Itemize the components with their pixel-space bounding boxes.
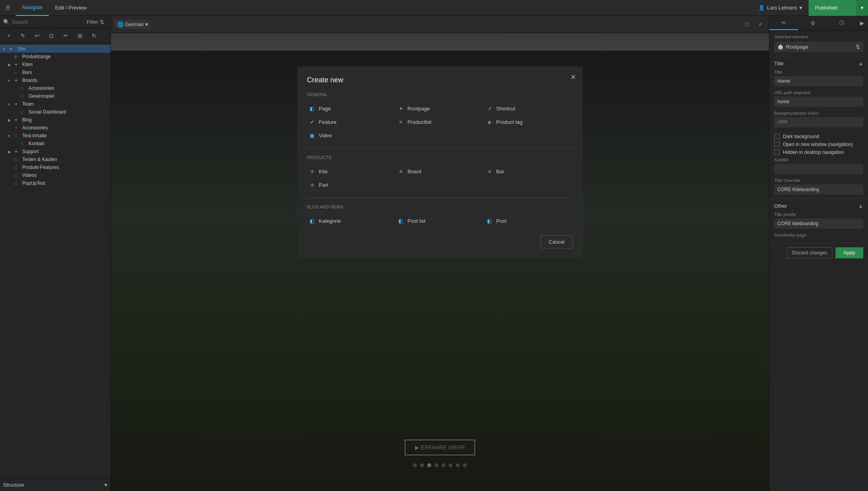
published-button[interactable]: Published bbox=[809, 0, 856, 16]
sidebar-bottom: Structure ▾ bbox=[0, 478, 110, 491]
modal-item-video[interactable]: ▣ Video bbox=[307, 129, 396, 142]
bg-color-input[interactable] bbox=[774, 117, 863, 127]
search-input[interactable] bbox=[12, 19, 81, 25]
edit-preview-button[interactable]: Edit / Preview bbox=[49, 0, 93, 16]
cut-icon[interactable]: ✂ bbox=[60, 30, 71, 41]
postlist-icon: ◧ bbox=[397, 217, 404, 224]
title-override-input[interactable] bbox=[774, 184, 863, 195]
copy-icon[interactable]: ⊡ bbox=[46, 30, 57, 41]
refresh-icon[interactable]: ↻ bbox=[89, 30, 100, 41]
modal-footer: Cancel bbox=[307, 235, 573, 248]
modal-item-rootpage[interactable]: ✦ Rootpage bbox=[396, 102, 484, 115]
modal-item-kategorie[interactable]: ◧ Kategorie bbox=[307, 214, 396, 227]
modal-title: Create new bbox=[307, 76, 573, 84]
sidebar-item-blog[interactable]: ▶ ✦ Blog bbox=[0, 116, 110, 124]
tab-style[interactable]: ✏ bbox=[769, 16, 798, 30]
cancel-button[interactable]: Cancel bbox=[541, 235, 573, 248]
element-selector-arrow[interactable]: ⇅ bbox=[856, 44, 860, 50]
kategorie-icon: ◧ bbox=[308, 217, 316, 224]
sidebar-item-testen[interactable]: □ Testen & Kaufen bbox=[0, 155, 110, 163]
video-icon: ▣ bbox=[308, 132, 316, 139]
modal-item-productlist[interactable]: ≡ Productlist bbox=[396, 115, 484, 129]
sidebar-item-accessories[interactable]: □ Accessories bbox=[0, 84, 110, 92]
sidebar-item-gewinnspiel[interactable]: □ Gewinnspiel bbox=[0, 92, 110, 100]
modal-item-part[interactable]: ✳ Part bbox=[307, 178, 396, 191]
modal-item-page[interactable]: ◧ Page bbox=[307, 102, 396, 115]
lang-arrow-icon: ▾ bbox=[145, 21, 148, 27]
filter-button[interactable]: Filter ⇅ bbox=[83, 19, 107, 25]
social-dashboard-icon: □ bbox=[21, 110, 27, 114]
dark-bg-checkbox[interactable] bbox=[774, 134, 780, 139]
sidebar-item-team[interactable]: ▾ ✦ Team bbox=[0, 100, 110, 108]
paste-icon[interactable]: ⊞ bbox=[74, 30, 86, 41]
edit-icon[interactable]: ✎ bbox=[17, 30, 29, 41]
sidebar-item-kites[interactable]: ▶ ✦ Kites bbox=[0, 61, 110, 68]
other-section-collapse[interactable]: ▲ bbox=[858, 203, 863, 209]
modal-item-postlist[interactable]: ◧ Post list bbox=[396, 214, 484, 227]
sidebar-item-popuptest[interactable]: □ PopUpTest bbox=[0, 179, 110, 187]
modal-item-label: Video bbox=[319, 133, 332, 138]
sidebar-item-produkt-features[interactable]: □ Produkt-Features bbox=[0, 163, 110, 171]
user-menu[interactable]: 👤 Lars Lehners ▾ bbox=[752, 5, 809, 11]
sidebar-item-test-inhalte[interactable]: ▾ □ Test-Inhalte bbox=[0, 132, 110, 140]
fullscreen-icon[interactable]: ⤢ bbox=[755, 19, 766, 30]
sidebar-tree: ▾ ● Site ≡ Produktrange ▶ ✦ Kites – Bars… bbox=[0, 43, 110, 478]
modal-item-producttag[interactable]: ◈ Product tag bbox=[484, 115, 573, 129]
tab-info[interactable]: ⓘ bbox=[827, 16, 856, 30]
produkt-features-icon: □ bbox=[14, 165, 21, 170]
hidden-desktop-checkbox[interactable] bbox=[774, 150, 780, 155]
menu-icon[interactable]: ☰ bbox=[0, 0, 16, 16]
undo-icon[interactable]: ↩ bbox=[32, 30, 43, 41]
modal-close-button[interactable]: ✕ bbox=[570, 73, 576, 82]
subtitle-input[interactable] bbox=[774, 164, 863, 174]
sidebar-item-support[interactable]: ▶ ✦ Support bbox=[0, 148, 110, 155]
discard-button[interactable]: Discard changes bbox=[787, 247, 832, 258]
selected-element-value: 🏠 Rootpage ⇅ bbox=[774, 42, 863, 52]
apply-button[interactable]: Apply bbox=[836, 247, 863, 258]
panel-expand-button[interactable]: ▶ bbox=[856, 16, 868, 30]
tree-arrow: ▶ bbox=[8, 150, 13, 154]
selected-element-section: Selected element 🏠 Rootpage ⇅ bbox=[769, 30, 868, 57]
modal-item-kite[interactable]: ✳ Kite bbox=[307, 165, 396, 178]
sidebar-item-accessories2[interactable]: ✦ Accessories bbox=[0, 124, 110, 132]
tree-arrow: ▾ bbox=[8, 134, 13, 138]
title-input[interactable] bbox=[774, 76, 863, 86]
title-postfix-input[interactable] bbox=[774, 218, 863, 229]
url-input[interactable] bbox=[774, 97, 863, 107]
search-icon: 🔍 bbox=[3, 19, 10, 25]
sidebar-item-site[interactable]: ▾ ● Site bbox=[0, 45, 110, 53]
sidebar-item-social-dashboard[interactable]: □ Social Dashboard bbox=[0, 108, 110, 116]
left-sidebar: 🔍 Filter ⇅ ＋ ✎ ↩ ⊡ ✂ ⊞ ↻ ▾ ● Site ≡ bbox=[0, 16, 111, 491]
modal-item-feature[interactable]: ✔ Feature bbox=[307, 115, 396, 129]
sidebar-item-bars[interactable]: – Bars bbox=[0, 68, 110, 76]
modal-divider-1 bbox=[307, 148, 573, 149]
modal-item-board[interactable]: ✳ Board bbox=[396, 165, 484, 178]
modal-item-label: Feature bbox=[319, 119, 337, 125]
rootpage-icon: 🏠 bbox=[777, 44, 784, 50]
open-new-window-checkbox[interactable] bbox=[774, 142, 780, 147]
tree-item-label: Bars bbox=[22, 70, 32, 75]
external-link-icon[interactable]: ⬡ bbox=[741, 19, 752, 30]
selected-element-text: Rootpage bbox=[786, 44, 808, 50]
published-arrow-button[interactable]: ▾ bbox=[856, 0, 868, 16]
sidebar-item-produktrange[interactable]: ≡ Produktrange bbox=[0, 53, 110, 61]
sidebar-item-boards[interactable]: ▾ ✦ Boards bbox=[0, 76, 110, 84]
navigate-button[interactable]: Navigate bbox=[16, 0, 49, 16]
modal-item-bar[interactable]: ✳ Bar bbox=[484, 165, 573, 178]
sidebar-item-videos[interactable]: □ Videos bbox=[0, 171, 110, 179]
language-selector[interactable]: 🌐 German ▾ bbox=[114, 20, 151, 29]
tree-item-label: Produkt-Features bbox=[22, 165, 59, 170]
tab-settings[interactable]: ⚙ bbox=[798, 16, 827, 30]
sidebar-toolbar: ＋ ✎ ↩ ⊡ ✂ ⊞ ↻ bbox=[0, 28, 110, 43]
hidden-desktop-row: Hidden in desktop navigation bbox=[774, 150, 863, 155]
structure-collapse-icon[interactable]: ▾ bbox=[105, 482, 107, 488]
modal-item-post[interactable]: ◧ Post bbox=[484, 214, 573, 227]
rootpage-icon: ✦ bbox=[397, 105, 404, 112]
user-chevron-icon: ▾ bbox=[799, 5, 802, 11]
add-icon[interactable]: ＋ bbox=[3, 30, 14, 41]
title-section-collapse[interactable]: ▲ bbox=[858, 61, 863, 66]
sidebar-item-kontakt[interactable]: □ Kontakt bbox=[0, 140, 110, 148]
modal-item-shortcut[interactable]: ⇗ Shortcut bbox=[484, 102, 573, 115]
test-inhalte-icon: □ bbox=[14, 133, 21, 138]
other-section: Other ▲ Title postfix Storefinder page bbox=[769, 199, 868, 243]
